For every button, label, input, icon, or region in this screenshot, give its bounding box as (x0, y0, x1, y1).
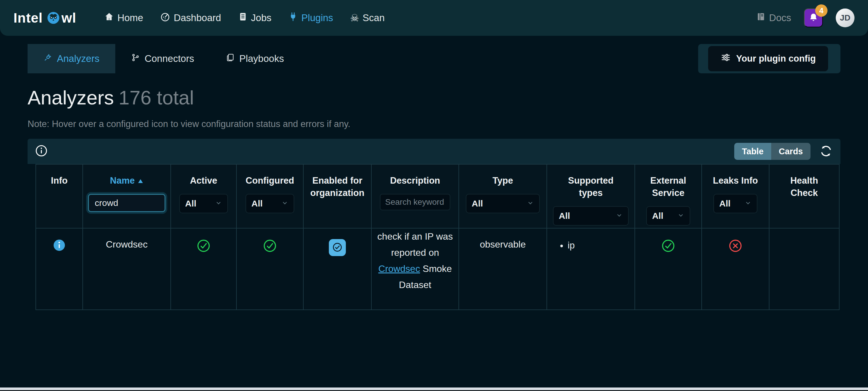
notifications-count-badge: 4 (815, 4, 828, 17)
refresh-button[interactable] (819, 144, 833, 159)
analyzers-table: Info Name Active (35, 164, 840, 310)
tab-analyzers[interactable]: Analyzers (28, 44, 115, 73)
info-icon[interactable] (35, 145, 48, 158)
type-filter-select[interactable]: All (466, 194, 540, 213)
chevron-down-icon (677, 211, 684, 221)
refresh-icon (819, 144, 833, 159)
active-filter-select[interactable]: All (179, 194, 228, 213)
check-circle-icon (332, 242, 343, 253)
col-description: Description (371, 164, 459, 228)
col-name: Name (83, 164, 171, 228)
cell-info (36, 228, 83, 310)
nav-item-jobs[interactable]: Jobs (238, 12, 272, 24)
cell-external-service (635, 228, 702, 310)
table-row: Crowdsec check if an IP was reported on (36, 228, 839, 310)
intelowl-logo[interactable]: Intel wl (13, 10, 76, 26)
tab-playbooks[interactable]: Playbooks (210, 44, 300, 73)
view-toggle-table[interactable]: Table (734, 143, 771, 160)
chevron-down-icon (527, 199, 534, 209)
configured-filter-select[interactable]: All (246, 194, 294, 213)
cell-name: Crowdsec (83, 228, 171, 310)
col-enabled-org: Enabled for organization (303, 164, 371, 228)
nav-item-plugins[interactable]: Plugins (288, 12, 333, 24)
plugin-config-label: Your plugin config (736, 53, 816, 64)
col-name-text: Name (110, 175, 135, 187)
check-circle-icon (197, 244, 210, 254)
nav-item-scan[interactable]: ☠ Scan (350, 12, 385, 24)
cell-leaks-info (702, 228, 769, 310)
docs-book-icon (756, 12, 766, 24)
chevron-down-icon (281, 199, 288, 209)
cell-description: check if an IP was reported on Crowdsec … (371, 228, 459, 310)
supported-type-item: ip (568, 239, 634, 252)
owl-icon (47, 11, 60, 24)
col-name-label[interactable]: Name (110, 175, 144, 187)
col-leaks-info-label: Leaks Info (713, 175, 758, 187)
supported-types-filter-select[interactable]: All (553, 206, 629, 225)
col-info-label: Info (51, 175, 68, 187)
description-filter-input[interactable] (380, 194, 450, 210)
col-supported-types: Supported types All (547, 164, 635, 228)
nav-item-home[interactable]: Home (104, 12, 143, 24)
nav-items: Home Dashboard Jobs Plugins ☠ Scan (104, 12, 384, 24)
cell-enabled-org (303, 228, 371, 310)
description-link[interactable]: Crowdsec (378, 263, 420, 274)
row-info-icon[interactable] (53, 243, 65, 253)
page-title: Analyzers176 total (28, 86, 840, 109)
select-value: All (251, 199, 262, 209)
external-service-filter-select[interactable]: All (646, 206, 690, 225)
navbar-right: Docs 4 JD (756, 8, 855, 27)
leaks-info-filter-select[interactable]: All (713, 194, 757, 213)
nav-item-label: Home (117, 12, 143, 24)
home-icon (104, 12, 114, 24)
name-filter-input[interactable] (88, 194, 165, 212)
app-background: Intel wl Home Dashboard Jobs Plugins (0, 0, 868, 391)
chevron-down-icon (215, 199, 222, 209)
header-row: Info Name Active (36, 164, 839, 228)
notifications-button[interactable]: 4 (804, 8, 823, 27)
select-value: All (472, 199, 483, 209)
page-title-text: Analyzers (28, 87, 114, 109)
select-value: All (719, 199, 731, 209)
docs-link[interactable]: Docs (756, 12, 791, 24)
cell-health-check (769, 228, 839, 310)
col-supported-types-label: Supported types (561, 175, 620, 199)
total-count: 176 total (119, 87, 194, 109)
logo-text-before: Intel (13, 10, 43, 26)
col-external-service-label: External Service (643, 175, 693, 199)
view-toggle-cards[interactable]: Cards (771, 143, 810, 160)
col-configured-label: Configured (246, 175, 294, 187)
check-circle-icon (263, 244, 277, 254)
plugin-config-panel: Your plugin config (698, 44, 841, 73)
navbar: Intel wl Home Dashboard Jobs Plugins (0, 0, 868, 36)
playbooks-book-icon (226, 53, 235, 64)
col-external-service: External Service All (635, 164, 702, 228)
col-info: Info (36, 164, 83, 228)
nav-item-label: Scan (363, 12, 384, 24)
horizontal-scrollbar[interactable] (0, 388, 868, 390)
nav-item-dashboard[interactable]: Dashboard (160, 12, 221, 24)
tab-label: Analyzers (57, 53, 99, 64)
nav-item-label: Plugins (301, 12, 333, 24)
scan-skull-icon: ☠ (350, 13, 359, 23)
avatar[interactable]: JD (836, 8, 855, 27)
view-toggle: Table Cards (734, 143, 810, 160)
col-active: Active All (171, 164, 237, 228)
select-value: All (185, 199, 196, 209)
enabled-org-toggle-button[interactable] (329, 239, 346, 256)
col-health-check: Health Check (769, 164, 839, 228)
connectors-branch-icon (131, 53, 140, 64)
col-leaks-info: Leaks Info All (702, 164, 769, 228)
cell-configured (237, 228, 303, 310)
col-active-label: Active (190, 175, 217, 187)
jobs-icon (238, 12, 248, 24)
chevron-down-icon (744, 199, 751, 209)
cell-supported-types: ip (547, 228, 635, 310)
your-plugin-config-button[interactable]: Your plugin config (708, 46, 828, 71)
sort-asc-icon (137, 175, 144, 187)
tab-connectors[interactable]: Connectors (115, 44, 210, 73)
logo-text-after: wl (62, 10, 76, 26)
dashboard-icon (160, 12, 170, 24)
supported-types-list: ip (568, 239, 634, 252)
cell-active (171, 228, 237, 310)
